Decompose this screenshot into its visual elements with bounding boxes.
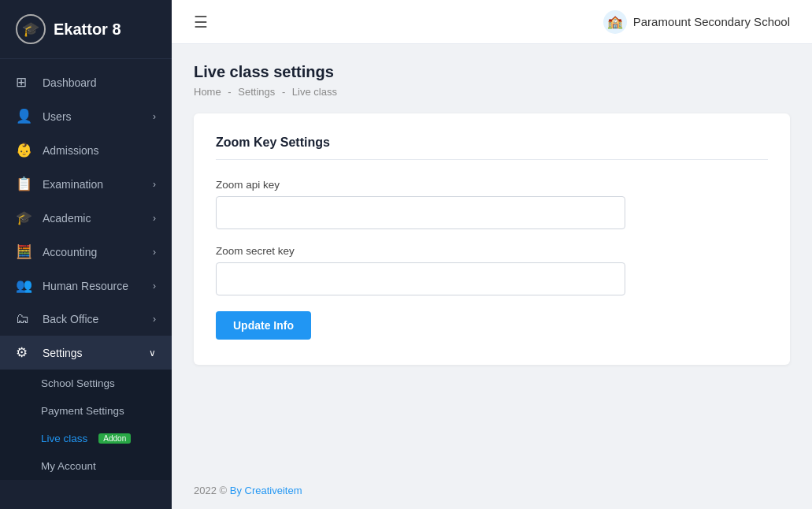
sidebar-item-label: Users [43,110,72,123]
subnav-label: My Account [41,460,96,472]
chevron-right-icon: › [153,213,156,224]
zoom-settings-card: Zoom Key Settings Zoom api key Zoom secr… [194,113,790,365]
update-info-button[interactable]: Update Info [216,311,311,340]
settings-icon: ⚙ [16,344,33,361]
zoom-api-key-group: Zoom api key [216,179,768,229]
hamburger-icon[interactable]: ☰ [194,13,208,32]
sidebar-item-academic[interactable]: 🎓 Academic › [0,201,172,235]
main-content: ☰ 🏫 Paramount Secondary School Live clas… [172,0,812,509]
sidebar: 🎓 Ekattor 8 ⊞ Dashboard 👤 Users › 👶 Admi… [0,0,172,509]
sidebar-item-label: Dashboard [43,76,97,89]
header: ☰ 🏫 Paramount Secondary School [172,0,812,44]
human-resource-icon: 👥 [16,277,33,294]
logo-icon-glyph: 🎓 [22,20,39,38]
dashboard-icon: ⊞ [16,74,33,91]
sidebar-item-settings[interactable]: ⚙ Settings ∨ [0,336,172,370]
sidebar-item-admissions[interactable]: 👶 Admissions [0,133,172,167]
sidebar-item-label: Examination [43,178,103,191]
sidebar-item-examination[interactable]: 📋 Examination › [0,167,172,201]
zoom-secret-key-input[interactable] [216,262,625,295]
subnav-label: Payment Settings [41,405,124,417]
chevron-right-icon: › [153,247,156,258]
zoom-secret-key-group: Zoom secret key [216,245,768,295]
breadcrumb-sep2: - [282,86,285,98]
sidebar-item-label: Human Resource [43,280,128,292]
breadcrumb-home[interactable]: Home [194,86,221,98]
users-icon: 👤 [16,108,33,124]
school-info: 🏫 Paramount Secondary School [603,10,790,34]
addon-badge: Addon [98,433,131,444]
chevron-down-icon: ∨ [149,347,156,359]
sidebar-item-label: Settings [43,347,83,359]
breadcrumb: Home - Settings - Live class [194,86,790,98]
sidebar-item-label: Academic [43,212,91,225]
page-title: Live class settings [194,63,790,81]
examination-icon: 📋 [16,176,33,192]
subnav-item-live-class[interactable]: Live class Addon [0,425,172,452]
footer-link[interactable]: By Creativeitem [230,485,302,496]
sidebar-item-human-resource[interactable]: 👥 Human Resource › [0,269,172,303]
sidebar-item-back-office[interactable]: 🗂 Back Office › [0,303,172,336]
back-office-icon: 🗂 [16,311,33,327]
footer-copyright: 2022 © [194,485,230,496]
accounting-icon: 🧮 [16,243,33,260]
subnav-label: School Settings [41,377,115,389]
sidebar-item-users[interactable]: 👤 Users › [0,99,172,133]
logo-text: Ekattor 8 [54,20,121,39]
sidebar-item-label: Admissions [43,144,99,157]
zoom-secret-key-label: Zoom secret key [216,245,768,257]
subnav-item-my-account[interactable]: My Account [0,452,172,480]
school-name: Paramount Secondary School [633,15,790,28]
sidebar-item-accounting[interactable]: 🧮 Accounting › [0,235,172,269]
school-icon: 🏫 [603,10,627,34]
card-divider [216,159,768,160]
zoom-api-key-label: Zoom api key [216,179,768,191]
chevron-right-icon: › [153,111,156,122]
sidebar-logo: 🎓 Ekattor 8 [0,0,172,59]
zoom-api-key-input[interactable] [216,196,625,229]
sidebar-item-dashboard[interactable]: ⊞ Dashboard [0,65,172,99]
subnav-label: Live class [41,433,87,444]
breadcrumb-current: Live class [292,86,337,98]
page-content: Live class settings Home - Settings - Li… [172,44,812,472]
sidebar-item-label: Accounting [43,246,97,258]
subnav-item-payment-settings[interactable]: Payment Settings [0,397,172,425]
chevron-right-icon: › [153,179,156,190]
breadcrumb-sep1: - [228,86,231,98]
sidebar-nav: ⊞ Dashboard 👤 Users › 👶 Admissions 📋 Exa… [0,59,172,509]
chevron-right-icon: › [153,314,156,325]
academic-icon: 🎓 [16,210,33,226]
logo-icon: 🎓 [16,14,46,44]
settings-subnav: School Settings Payment Settings Live cl… [0,370,172,480]
sidebar-item-label: Back Office [43,313,98,325]
admissions-icon: 👶 [16,142,33,158]
breadcrumb-settings[interactable]: Settings [238,86,275,98]
card-section-title: Zoom Key Settings [216,136,768,150]
footer: 2022 © By Creativeitem [172,472,812,509]
chevron-right-icon: › [153,281,156,292]
subnav-item-school-settings[interactable]: School Settings [0,370,172,397]
